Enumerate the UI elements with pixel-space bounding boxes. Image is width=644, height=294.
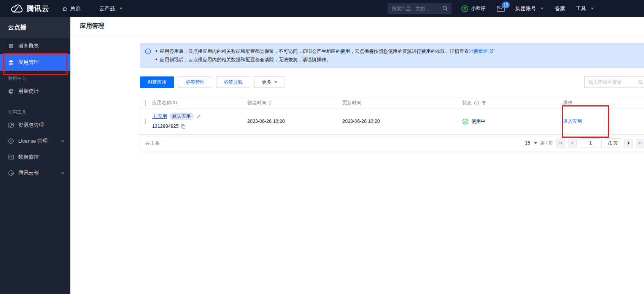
column-header-name: 应用名称/ID xyxy=(152,100,247,106)
messages-button[interactable]: 15 xyxy=(497,6,505,12)
sidebar-item-data-monitoring[interactable]: 数据监控 xyxy=(0,149,70,165)
dashboard-grid-icon xyxy=(8,43,14,49)
home-icon xyxy=(62,6,68,12)
total-count: 共 1 条 xyxy=(145,140,159,146)
external-link-icon[interactable] xyxy=(489,49,494,53)
page-size-unit: 条 / 页 xyxy=(540,140,553,146)
table-row: 主应用 默认应用 1312984925 xyxy=(140,108,644,135)
pie-chart-icon xyxy=(8,88,14,94)
nav-item-miniprogram[interactable]: S 小程序 xyxy=(461,5,486,12)
column-header-created: 创建时间 xyxy=(247,100,342,106)
bullet-dot xyxy=(156,50,157,52)
status-badge: 使用中 xyxy=(471,118,486,125)
sidebar-product-title: 云点播 xyxy=(0,17,70,38)
current-page-input[interactable] xyxy=(580,138,602,148)
cloud-logo-icon xyxy=(10,4,23,13)
app-id: 1312984925 xyxy=(152,122,179,130)
sidebar-item-service-overview[interactable]: 服务概览 xyxy=(0,38,70,54)
sidebar: 云点播 服务概览 应用管理 数据中心 用量统计 xyxy=(0,17,70,294)
chevron-down-icon xyxy=(534,142,537,144)
chevron-down-icon xyxy=(274,81,277,83)
updated-time-cell: 2023-06-26 10:20 xyxy=(342,119,462,124)
search-icon[interactable] xyxy=(638,79,644,85)
info-icon[interactable] xyxy=(474,100,479,106)
next-page-button[interactable] xyxy=(624,139,633,148)
tag-split-button[interactable]: 标签分账 xyxy=(216,76,250,88)
bullet-dot xyxy=(156,59,157,60)
last-page-button[interactable] xyxy=(636,139,644,148)
miniprogram-icon: S xyxy=(461,5,468,12)
app-name-cell: 主应用 默认应用 1312984925 xyxy=(152,113,247,130)
chevron-down-icon xyxy=(60,140,64,142)
copy-icon[interactable] xyxy=(181,124,186,129)
page-size-select[interactable]: 15 xyxy=(525,140,537,146)
default-app-badge: 默认应用 xyxy=(169,113,194,120)
total-pages-label: /1 页 xyxy=(605,138,621,148)
sidebar-item-usage-stats[interactable]: 用量统计 xyxy=(0,83,70,99)
sidebar-section-common-tools: 常用工具 xyxy=(0,105,70,117)
info-icon xyxy=(145,48,151,64)
billing-overview-link[interactable]: 计费概述 xyxy=(469,49,488,54)
page-header: 应用管理 xyxy=(70,17,644,35)
toolbar: 创建应用 标签管理 标签分账 更多 xyxy=(140,76,644,88)
row-checkbox[interactable] xyxy=(145,118,146,124)
message-count-badge: 15 xyxy=(502,2,510,8)
chevron-down-icon xyxy=(119,8,122,10)
monitor-chart-icon xyxy=(8,154,14,160)
sidebar-item-license-management[interactable]: License 管理 xyxy=(0,133,70,149)
app-name-link[interactable]: 主应用 xyxy=(152,113,167,120)
select-all-checkbox[interactable] xyxy=(145,100,146,106)
tag-manage-button[interactable]: 标签管理 xyxy=(178,76,212,88)
pagination-controls: 15 条 / 页 /1 页 xyxy=(525,138,644,148)
global-search-box[interactable] xyxy=(388,3,452,14)
prev-page-button[interactable] xyxy=(568,139,577,148)
nav-divider xyxy=(90,5,90,12)
tencent-cloud-logo[interactable]: 腾讯云 xyxy=(0,4,49,14)
check-circle-icon xyxy=(462,118,469,125)
action-cell: 进入应用 xyxy=(563,118,644,125)
pagination-bar: 共 1 条 15 条 / 页 xyxy=(140,135,644,151)
chevron-down-icon xyxy=(591,8,594,10)
chevron-down-icon xyxy=(60,172,64,174)
more-button[interactable]: 更多 xyxy=(254,76,285,88)
nav-item-overview[interactable]: 总览 xyxy=(62,5,81,12)
table-header-row: 应用名称/ID 创建时间 更新时间 状态 xyxy=(140,98,644,108)
column-header-status: 状态 xyxy=(462,100,563,106)
layers-icon xyxy=(8,59,14,65)
nav-item-group-account[interactable]: 集团账号 xyxy=(515,5,544,12)
page-title: 应用管理 xyxy=(80,22,104,30)
app-search-box[interactable] xyxy=(584,76,644,88)
page-content: 应用停用后，云点播应用内的相关数据和配置都会保留，不可访问，仍旧会产生相应的费用… xyxy=(140,35,644,151)
top-navbar: 腾讯云 总览 云产品 S 小程序 15 集团账号 xyxy=(0,0,644,17)
app-search-input[interactable] xyxy=(588,79,638,85)
package-icon xyxy=(8,122,14,128)
column-header-action: 操作 xyxy=(563,100,644,106)
play-circle-icon xyxy=(8,138,14,144)
banner-text: 应用停用后，云点播应用内的相关数据和配置都会保留，不可访问，仍旧会产生相应的费用… xyxy=(156,47,494,64)
sidebar-item-app-management[interactable]: 应用管理 xyxy=(0,54,70,71)
main-area: 应用管理 应用停用后，云点播应用内的相关数据和配置都会保留，不可访问，仍旧会产生… xyxy=(70,17,644,294)
created-time-cell: 2023-06-26 10:20 xyxy=(247,119,342,124)
banner-line-1: 应用停用后，云点播应用内的相关数据和配置都会保留，不可访问，仍旧会产生相应的费用… xyxy=(156,47,494,56)
sort-icon[interactable] xyxy=(269,100,272,105)
banner-line-2: 应用销毁后，云点播应用内的相关数据和配置都会清除，无法恢复，请谨慎操作。 xyxy=(156,56,494,64)
sidebar-section-data-center: 数据中心 xyxy=(0,71,70,83)
search-icon[interactable] xyxy=(442,6,448,11)
sidebar-gap xyxy=(0,99,70,105)
sidebar-item-resource-packages[interactable]: 资源包管理 xyxy=(0,117,70,133)
filter-funnel-icon[interactable] xyxy=(482,101,486,105)
create-app-button[interactable]: 创建应用 xyxy=(140,76,174,88)
global-search-input[interactable] xyxy=(391,6,442,12)
app-table-card: 应用名称/ID 创建时间 更新时间 状态 xyxy=(140,98,644,151)
sidebar-item-tencent-cloud-create[interactable]: 腾讯云创 xyxy=(0,165,70,181)
chevron-down-icon xyxy=(541,8,544,10)
cloud-create-icon xyxy=(8,170,14,176)
edit-pencil-icon[interactable] xyxy=(196,114,201,119)
nav-item-beian[interactable]: 备案 xyxy=(555,5,565,12)
first-page-button[interactable] xyxy=(556,139,565,148)
enter-app-link[interactable]: 进入应用 xyxy=(563,119,582,124)
brand-name: 腾讯云 xyxy=(27,4,49,14)
nav-item-products[interactable]: 云产品 xyxy=(99,5,122,12)
nav-item-tools[interactable]: 工具 xyxy=(576,5,594,12)
info-banner: 应用停用后，云点播应用内的相关数据和配置都会保留，不可访问，仍旧会产生相应的费用… xyxy=(140,43,644,68)
